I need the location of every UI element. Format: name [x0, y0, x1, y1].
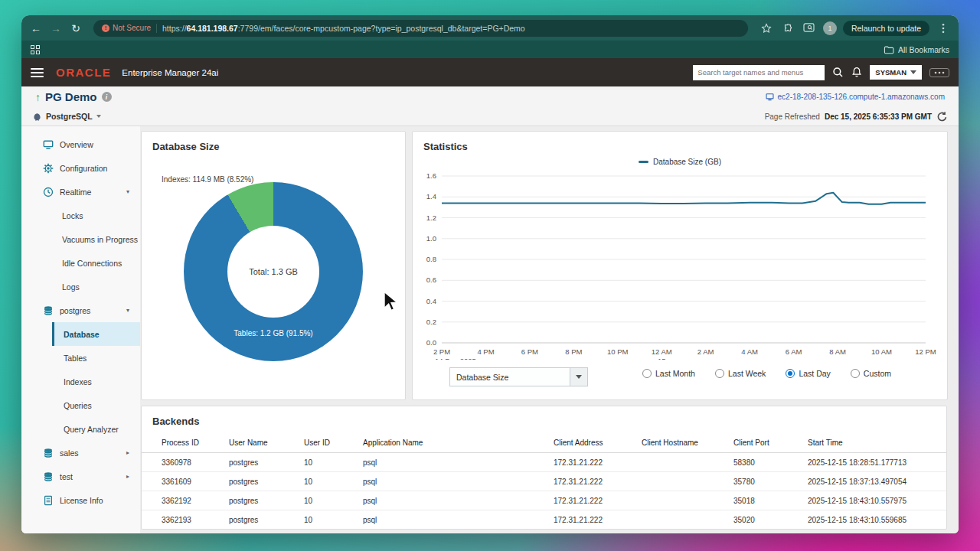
sidebar-item-label: test [60, 472, 73, 481]
sidebar-item-realtime[interactable]: Realtime▾ [21, 180, 140, 204]
column-header: Application Name [363, 439, 554, 447]
refreshed-label: Page Refreshed [765, 112, 820, 121]
column-header: Client Address [554, 439, 642, 447]
database-size-title: Database Size [142, 132, 405, 152]
back-icon[interactable]: ← [29, 22, 43, 34]
tab-search-icon[interactable] [802, 21, 817, 36]
radio-button-icon[interactable] [851, 369, 860, 378]
folder-icon [884, 45, 894, 54]
sidebar-item-postgres[interactable]: postgres▾ [21, 298, 140, 322]
radio-button-icon[interactable] [786, 369, 795, 378]
table-cell: postgres [229, 516, 304, 524]
host-link[interactable]: ec2-18-208-135-126.compute-1.amazonaws.c… [778, 93, 945, 101]
user-menu[interactable]: SYSMAN [870, 65, 922, 80]
sidebar-item-sales[interactable]: sales▸ [21, 441, 140, 465]
address-bar[interactable]: ! Not Secure https://64.181.198.67:7799/… [93, 20, 748, 37]
radio-label: Custom [864, 369, 891, 378]
hamburger-menu-icon[interactable] [31, 68, 44, 77]
table-cell: 3362193 [162, 516, 229, 524]
sidebar-item-vacuums-in-progress[interactable]: Vacuums in Progress [21, 227, 140, 251]
database-size-card: Database Size Indexes: 114.9 MB (8.52%) … [141, 131, 406, 400]
line-chart: 0.00.20.40.60.81.01.21.41.62 PM4 PM6 PM8… [413, 168, 949, 360]
sidebar-item-idle-connections[interactable]: Idle Connections [21, 251, 140, 275]
bookmarks-bar: All Bookmarks [21, 41, 959, 58]
sidebar-item-license-info[interactable]: License Info [21, 488, 140, 512]
table-cell: 172.31.21.222 [554, 497, 642, 505]
radio-last-week[interactable]: Last Week [715, 369, 766, 378]
table-cell: postgres [229, 458, 304, 467]
svg-text:6 AM: 6 AM [786, 347, 802, 356]
search-icon[interactable] [832, 67, 844, 78]
table-cell: 35018 [733, 497, 808, 505]
postgresql-menu[interactable]: PostgreSQL [32, 112, 101, 122]
radio-last-day[interactable]: Last Day [786, 369, 830, 378]
sidebar-item-tables[interactable]: Tables [52, 346, 140, 370]
sidebar-item-database[interactable]: Database [52, 322, 140, 346]
sidebar-item-query-analyzer[interactable]: Query Analyzer [52, 417, 140, 441]
em-header: ORACLE Enterprise Manager 24ai SYSMAN [21, 58, 959, 86]
radio-button-icon[interactable] [642, 369, 652, 378]
menu-kebab-icon[interactable] [936, 21, 951, 36]
table-cell: 2025-12-15 18:37:13.497054 [808, 478, 946, 486]
svg-text:0.8: 0.8 [426, 255, 436, 263]
extensions-icon[interactable] [780, 21, 795, 36]
apps-grid-icon[interactable] [31, 45, 40, 54]
sidebar-item-test[interactable]: test▸ [21, 465, 140, 488]
sidebar-item-label: Locks [62, 211, 83, 220]
sidebar-item-logs[interactable]: Logs [21, 275, 140, 298]
table-cell: 10 [304, 516, 363, 524]
chevron-down-icon[interactable]: ▾ [126, 188, 129, 195]
sidebar-item-configuration[interactable]: Configuration [21, 156, 140, 180]
sidebar-item-label: Vacuums in Progress [62, 235, 138, 244]
statistics-title: Statistics [413, 132, 947, 152]
notifications-bell-icon[interactable] [851, 67, 862, 78]
sidebar-item-locks[interactable]: Locks [21, 204, 140, 227]
sidebar-item-queries[interactable]: Queries [52, 393, 140, 417]
info-icon[interactable]: i [102, 92, 112, 102]
svg-text:10 AM: 10 AM [871, 347, 892, 356]
forward-icon[interactable]: → [49, 22, 63, 34]
search-input[interactable] [693, 65, 825, 80]
bookmark-star-icon[interactable] [759, 21, 774, 36]
sidebar-item-overview[interactable]: Overview [21, 132, 140, 156]
table-row[interactable]: 3360978postgres10psql172.31.21.222583802… [142, 453, 946, 472]
svg-text:12 PM: 12 PM [915, 347, 936, 356]
sidebar-item-label: Logs [62, 282, 80, 292]
metric-select[interactable]: Database Size [449, 367, 588, 386]
profile-avatar[interactable]: 1 [823, 21, 837, 35]
user-name: SYSMAN [875, 68, 906, 77]
svg-text:8 PM: 8 PM [565, 347, 582, 356]
table-row[interactable]: 3362192postgres10psql172.31.21.222350182… [142, 491, 946, 510]
chevron-right-icon[interactable]: ▸ [126, 473, 129, 480]
table-row[interactable]: 3362193postgres10psql172.31.21.222350202… [142, 510, 946, 530]
table-cell: psql [363, 458, 554, 467]
table-cell: 3362192 [162, 497, 229, 505]
select-chevron-button[interactable] [570, 368, 587, 386]
svg-text:6 PM: 6 PM [521, 347, 538, 356]
sidebar-item-indexes[interactable]: Indexes [52, 370, 140, 393]
all-bookmarks-button[interactable]: All Bookmarks [884, 45, 949, 54]
column-header: User Name [229, 439, 304, 447]
chevron-down-icon [576, 375, 582, 379]
not-secure-label: Not Secure [113, 24, 151, 32]
target-menu-bar: PostgreSQL Page Refreshed Dec 15, 2025 6… [21, 107, 959, 126]
main-content: OverviewConfigurationRealtime▾LocksVacuu… [21, 126, 959, 533]
radio-custom[interactable]: Custom [851, 369, 891, 378]
table-cell: postgres [229, 497, 304, 505]
refresh-icon[interactable] [936, 111, 948, 122]
table-cell: psql [363, 516, 554, 524]
reload-icon[interactable]: ↻ [69, 22, 83, 34]
table-row[interactable]: 3361609postgres10psql172.31.21.222357802… [142, 472, 946, 491]
sidebar-item-label: Query Analyzer [64, 425, 119, 434]
sidebar-item-label: Indexes [64, 377, 92, 386]
radio-label: Last Week [728, 369, 766, 378]
radio-button-icon[interactable] [715, 369, 724, 378]
relaunch-button[interactable]: Relaunch to update [843, 21, 929, 36]
legend-label: Database Size (GB) [653, 158, 721, 166]
chevron-down-icon[interactable]: ▾ [126, 307, 129, 314]
radio-last-month[interactable]: Last Month [642, 369, 695, 378]
more-tools-icon[interactable] [929, 68, 949, 77]
table-cell: 2025-12-15 18:43:10.559685 [808, 516, 946, 524]
not-secure-badge[interactable]: ! Not Secure [102, 24, 151, 32]
chevron-right-icon[interactable]: ▸ [126, 449, 129, 456]
